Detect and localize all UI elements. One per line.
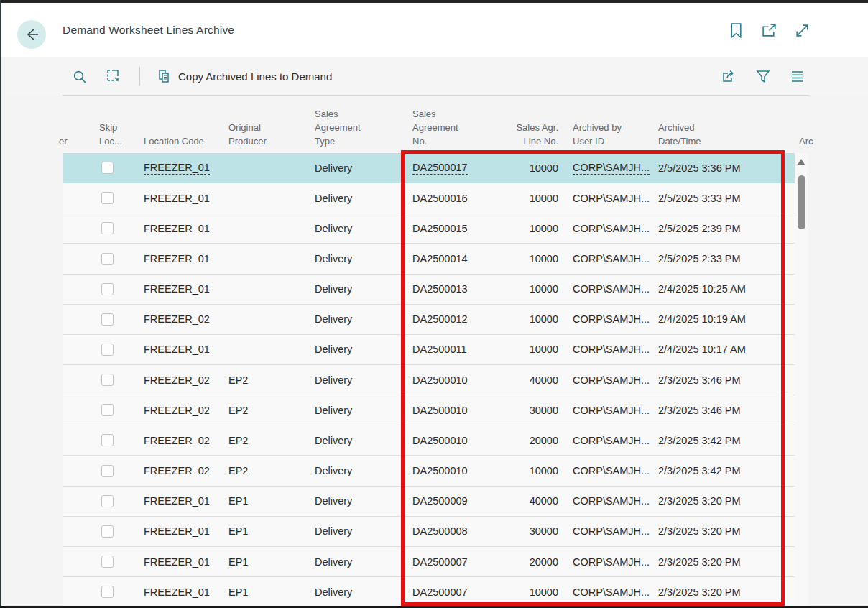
- cell-archived-by-user-id[interactable]: CORP\SAMJH...: [573, 395, 650, 425]
- table-row[interactable]: FREEZER_02 EP2 Delivery DA2500010 10000 …: [63, 456, 796, 487]
- cell-archived-by-user-id[interactable]: CORP\SAMJH...: [573, 365, 650, 395]
- cell-sales-agreement-no[interactable]: DA2500011: [412, 335, 467, 364]
- skip-location-checkbox[interactable]: [101, 556, 114, 568]
- cell-archived-datetime[interactable]: 2/4/2025 10:25 AM: [658, 275, 746, 304]
- cell-location-code[interactable]: FREEZER_01: [144, 335, 210, 364]
- cell-sales-agreement-no[interactable]: DA2500010: [412, 365, 468, 395]
- copy-archived-lines-button[interactable]: Copy Archived Lines to Demand: [157, 70, 332, 83]
- skip-location-checkbox[interactable]: [101, 404, 114, 416]
- cell-sales-agreement-type[interactable]: Delivery: [315, 335, 352, 364]
- cell-sales-agreement-no[interactable]: DA2500008: [412, 517, 468, 546]
- cell-location-code[interactable]: FREEZER_01: [144, 487, 210, 516]
- table-row[interactable]: FREEZER_02 EP2 Delivery DA2500010 20000 …: [63, 425, 796, 456]
- cell-sales-agreement-no[interactable]: DA2500012: [412, 305, 468, 334]
- table-row[interactable]: FREEZER_01 EP1 Delivery DA2500007 10000 …: [63, 577, 796, 606]
- column-header-archived-datetime[interactable]: Archived Date/Time: [658, 121, 701, 148]
- cell-location-code[interactable]: FREEZER_01: [144, 183, 210, 213]
- cell-sales-agreement-type[interactable]: Delivery: [315, 365, 352, 395]
- cell-archived-datetime[interactable]: 2/5/2025 2:33 PM: [658, 244, 740, 273]
- skip-location-checkbox[interactable]: [101, 162, 114, 174]
- column-header-truncated-right[interactable]: Arc: [799, 134, 813, 148]
- cell-sales-agr-line-no[interactable]: 10000: [468, 305, 558, 334]
- skip-location-checkbox[interactable]: [101, 434, 114, 446]
- table-row[interactable]: FREEZER_02 Delivery DA2500012 10000 CORP…: [63, 305, 796, 335]
- expand-button[interactable]: [793, 22, 811, 39]
- cell-sales-agreement-type[interactable]: Delivery: [315, 577, 352, 606]
- cell-sales-agr-line-no[interactable]: 40000: [468, 487, 558, 516]
- cell-sales-agreement-type[interactable]: Delivery: [315, 547, 352, 576]
- cell-original-producer[interactable]: EP2: [228, 425, 248, 455]
- cell-archived-by-user-id[interactable]: CORP\SAMJH...: [573, 335, 650, 364]
- cell-archived-datetime[interactable]: 2/5/2025 3:36 PM: [658, 153, 740, 183]
- table-row[interactable]: FREEZER_01 EP1 Delivery DA2500007 20000 …: [63, 547, 796, 577]
- cell-sales-agr-line-no[interactable]: 20000: [468, 425, 558, 455]
- column-header-truncated-left[interactable]: er: [59, 134, 68, 148]
- cell-sales-agreement-no[interactable]: DA2500015: [412, 213, 468, 243]
- cell-location-code[interactable]: FREEZER_01: [144, 153, 210, 183]
- column-header-sales-agreement-no[interactable]: Sales Agreement No.: [412, 107, 458, 148]
- cell-original-producer[interactable]: EP1: [228, 487, 248, 516]
- filter-button[interactable]: [754, 68, 772, 85]
- cell-sales-agr-line-no[interactable]: 10000: [468, 456, 558, 486]
- cell-location-code[interactable]: FREEZER_01: [144, 275, 210, 304]
- cell-sales-agr-line-no[interactable]: 10000: [468, 153, 558, 183]
- cell-original-producer[interactable]: EP1: [228, 547, 248, 576]
- cell-archived-datetime[interactable]: 2/3/2025 3:46 PM: [658, 395, 740, 425]
- skip-location-checkbox[interactable]: [101, 313, 114, 326]
- table-row[interactable]: FREEZER_02 EP2 Delivery DA2500010 40000 …: [63, 365, 796, 395]
- cell-sales-agr-line-no[interactable]: 10000: [468, 577, 558, 606]
- cell-sales-agreement-no[interactable]: DA2500010: [412, 395, 468, 425]
- column-header-sales-agr-line-no[interactable]: Sales Agr. Line No.: [468, 121, 558, 148]
- cell-sales-agreement-type[interactable]: Delivery: [315, 305, 352, 334]
- cell-archived-by-user-id[interactable]: CORP\SAMJH...: [573, 305, 650, 334]
- cell-sales-agreement-type[interactable]: Delivery: [315, 183, 352, 213]
- cell-archived-datetime[interactable]: 2/3/2025 3:42 PM: [658, 425, 740, 455]
- table-row[interactable]: FREEZER_01 Delivery DA2500015 10000 CORP…: [63, 213, 796, 244]
- cell-sales-agreement-type[interactable]: Delivery: [315, 487, 352, 516]
- cell-original-producer[interactable]: EP2: [228, 365, 248, 395]
- cell-sales-agr-line-no[interactable]: 30000: [468, 517, 558, 546]
- cell-original-producer[interactable]: EP1: [228, 577, 248, 606]
- cell-archived-datetime[interactable]: 2/5/2025 3:33 PM: [658, 183, 740, 213]
- cell-sales-agreement-type[interactable]: Delivery: [315, 244, 352, 273]
- column-header-archived-by-user-id[interactable]: Archived by User ID: [573, 121, 622, 148]
- cell-sales-agreement-type[interactable]: Delivery: [315, 425, 352, 455]
- cell-archived-datetime[interactable]: 2/4/2025 10:17 AM: [658, 335, 746, 364]
- cell-archived-by-user-id[interactable]: CORP\SAMJH...: [573, 183, 650, 213]
- cell-sales-agr-line-no[interactable]: 40000: [468, 365, 558, 395]
- cell-sales-agreement-type[interactable]: Delivery: [315, 456, 352, 486]
- analyze-button[interactable]: [105, 68, 122, 85]
- skip-location-checkbox[interactable]: [101, 495, 114, 507]
- back-button[interactable]: [17, 20, 46, 49]
- cell-original-producer[interactable]: EP1: [228, 517, 248, 546]
- skip-location-checkbox[interactable]: [101, 222, 114, 234]
- skip-location-checkbox[interactable]: [101, 525, 114, 538]
- cell-location-code[interactable]: FREEZER_01: [144, 577, 210, 606]
- search-button[interactable]: [70, 68, 88, 85]
- cell-location-code[interactable]: FREEZER_01: [144, 547, 210, 576]
- table-row[interactable]: FREEZER_02 EP2 Delivery DA2500010 30000 …: [63, 395, 796, 425]
- table-row[interactable]: FREEZER_01 Delivery DA2500013 10000 CORP…: [63, 275, 796, 305]
- cell-archived-datetime[interactable]: 2/3/2025 3:20 PM: [658, 487, 740, 516]
- cell-sales-agreement-no[interactable]: DA2500017: [412, 153, 468, 183]
- cell-sales-agreement-type[interactable]: Delivery: [315, 395, 352, 425]
- share-button[interactable]: [720, 68, 737, 85]
- table-row[interactable]: FREEZER_01 Delivery DA2500014 10000 CORP…: [63, 244, 796, 274]
- cell-sales-agr-line-no[interactable]: 20000: [468, 547, 558, 576]
- cell-archived-by-user-id[interactable]: CORP\SAMJH...: [573, 244, 650, 273]
- cell-sales-agr-line-no[interactable]: 10000: [468, 244, 558, 273]
- cell-archived-datetime[interactable]: 2/3/2025 3:20 PM: [658, 517, 740, 546]
- cell-archived-datetime[interactable]: 2/3/2025 3:20 PM: [658, 547, 740, 576]
- options-list-button[interactable]: [789, 68, 806, 85]
- cell-sales-agr-line-no[interactable]: 10000: [468, 183, 558, 213]
- cell-archived-datetime[interactable]: 2/3/2025 3:20 PM: [658, 577, 740, 606]
- column-header-original-producer[interactable]: Original Producer: [228, 121, 267, 148]
- cell-archived-datetime[interactable]: 2/3/2025 3:42 PM: [658, 456, 740, 486]
- cell-location-code[interactable]: FREEZER_01: [144, 517, 210, 546]
- column-header-location-code[interactable]: Location Code: [144, 134, 204, 148]
- table-row[interactable]: FREEZER_01 Delivery DA2500016 10000 CORP…: [63, 183, 796, 213]
- table-row[interactable]: FREEZER_01 EP1 Delivery DA2500008 30000 …: [63, 517, 796, 547]
- cell-archived-by-user-id[interactable]: CORP\SAMJH...: [573, 213, 650, 243]
- cell-sales-agreement-type[interactable]: Delivery: [315, 517, 352, 546]
- cell-location-code[interactable]: FREEZER_01: [144, 244, 210, 273]
